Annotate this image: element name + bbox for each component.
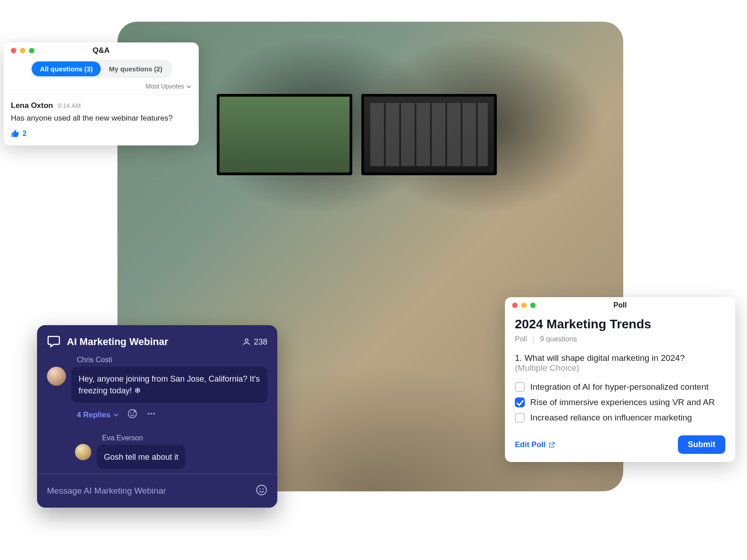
poll-option-label: Rise of immersive experiences using VR a… [530,397,715,407]
question-text: Has anyone used all the new webinar feat… [11,113,191,124]
emoji-icon [256,484,267,496]
sort-dropdown[interactable]: Most Upvotes [4,80,199,94]
replies-toggle[interactable]: 4 Replies [77,411,119,420]
message-author: Chris Costi [77,356,267,364]
svg-point-1 [130,412,131,413]
svg-point-8 [262,489,264,490]
poll-window-title: Poll [505,301,735,309]
poll-options: Integration of AI for hyper-personalized… [515,379,725,425]
poll-option[interactable]: Increased reliance on influencer marketi… [515,410,725,425]
chevron-down-icon [113,412,119,418]
chat-input[interactable]: Message AI Marketing Webinar [47,486,256,496]
poll-subtitle: Poll | 9 questions [515,335,725,343]
checkbox-checked-icon [515,397,525,407]
chat-panel: AI Marketing Webinar 238 Chris Costi Hey… [37,325,277,508]
person-icon [242,337,251,346]
checkbox-icon [515,413,525,423]
poll-title: 2024 Marketing Trends [515,317,725,331]
edit-poll-link[interactable]: Edit Poll [515,440,556,449]
chat-input-row: Message AI Marketing Webinar [37,474,277,508]
emoji-button[interactable] [256,484,267,498]
wall-screen-gallery [361,94,497,175]
message-text: Gosh tell me about it [97,445,186,469]
poll-panel: Poll 2024 Marketing Trends Poll | 9 ques… [505,297,735,462]
like-count: 2 [23,130,27,138]
poll-option-label: Integration of AI for hyper-personalized… [530,382,709,392]
tab-all-questions[interactable]: All questions (3) [32,61,101,76]
svg-point-6 [257,485,266,495]
chat-message: Chris Costi Hey, anyone joining from San… [47,356,267,429]
external-link-icon [548,441,556,448]
svg-point-7 [259,489,261,490]
qa-question: Lena Oxton 9:14 AM Has anyone used all t… [4,94,199,145]
sort-label: Most Upvotes [146,83,185,90]
reply-thread: Eva Everson Gosh tell me about it [69,434,267,469]
qa-header: Q&A [4,42,199,56]
more-icon [146,408,157,419]
avatar [47,367,66,386]
poll-header: Poll [505,297,735,311]
message-text: Hey, anyone joining from San Jose, Calif… [71,367,267,403]
poll-question: 1. What will shape digital marketing in … [515,353,725,373]
message-author: Eva Everson [102,434,267,442]
chat-message: Eva Everson Gosh tell me about it [75,434,267,469]
qa-tabs: All questions (3) My questions (2) [30,60,172,78]
qa-title: Q&A [4,46,199,55]
wall-screen-speaker [217,94,352,175]
chat-title: AI Marketing Webinar [67,336,242,348]
svg-point-2 [133,412,134,413]
poll-option[interactable]: Rise of immersive experiences using VR a… [515,395,725,410]
svg-point-3 [148,413,149,415]
chevron-down-icon [186,84,191,89]
like-button[interactable]: 2 [11,129,191,138]
participant-count: 238 [242,337,267,347]
react-button[interactable] [127,408,138,421]
qa-panel: Q&A All questions (3) My questions (2) M… [4,42,199,145]
poll-option-label: Increased reliance on influencer marketi… [530,413,692,423]
thumbs-up-icon [11,129,20,138]
svg-point-4 [150,413,152,415]
svg-point-5 [153,413,155,415]
tab-my-questions[interactable]: My questions (2) [101,61,170,76]
poll-option[interactable]: Integration of AI for hyper-personalized… [515,379,725,395]
more-button[interactable] [146,408,157,421]
emoji-add-icon [127,408,138,419]
question-author: Lena Oxton [11,101,53,110]
checkbox-icon [515,382,525,392]
chat-header: AI Marketing Webinar 238 [37,325,277,356]
question-time: 9:14 AM [58,102,81,109]
avatar [75,444,91,460]
chat-icon [47,334,61,350]
submit-button[interactable]: Submit [678,435,725,454]
